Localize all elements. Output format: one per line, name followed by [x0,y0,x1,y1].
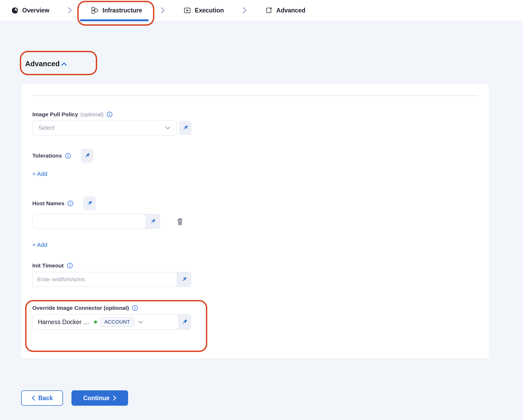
init-timeout-info-icon[interactable] [67,262,73,269]
tolerations-add-button[interactable]: + Add [32,171,47,177]
host-name-input-group [32,214,160,229]
chevron-right-icon [160,7,165,14]
override-image-connector-field: Harness Docker … ACCOUNT [32,314,191,330]
init-timeout-input[interactable] [33,272,177,287]
tab-overview[interactable]: Overview [11,0,49,21]
continue-button[interactable]: Continue [71,390,128,406]
stage-tabbar: Overview Infrastructure [0,0,523,21]
chevron-down-icon [138,320,143,324]
image-pull-policy-info-icon[interactable] [106,111,113,118]
init-timeout-pin-button[interactable] [177,272,191,287]
advanced-settings-card: Image Pull Policy (optional) Select [21,84,489,359]
host-name-input[interactable] [33,214,146,229]
continue-button-label: Continue [83,395,110,402]
host-names-label: Host Names [32,200,64,207]
connector-status-dot [94,320,97,324]
tab-advanced-label: Advanced [276,7,305,14]
image-pull-policy-pin-button[interactable] [179,121,191,135]
tolerations-label: Tolerations [32,153,62,159]
chevron-right-icon [67,7,73,14]
pin-icon [84,152,91,159]
override-image-connector-section: Override Image Connector (optional) Harn… [32,305,478,330]
host-names-info-icon[interactable] [67,200,74,207]
image-pull-policy-select[interactable]: Select [32,120,177,135]
infrastructure-stage-screen: Overview Infrastructure [0,0,523,420]
pin-icon [181,319,188,325]
advanced-icon [265,7,273,14]
overview-icon [11,7,19,14]
override-image-connector-label: Override Image Connector (optional) [32,305,129,311]
back-button-label: Back [38,395,53,402]
tab-advanced[interactable]: Advanced [265,0,305,21]
chevron-up-icon[interactable] [60,61,68,67]
connector-scope-badge: ACCOUNT [100,317,134,327]
chevron-left-icon [31,395,35,401]
infrastructure-icon [91,6,99,15]
advanced-section-header[interactable]: Advanced [25,60,68,68]
host-names-add-button[interactable]: + Add [32,242,47,248]
tab-execution-label: Execution [195,7,224,14]
wizard-footer: Back Continue [21,390,523,406]
pin-icon [181,276,187,283]
connector-value: Harness Docker … [38,319,89,326]
override-image-connector-select[interactable]: Harness Docker … ACCOUNT [33,315,178,329]
override-image-connector-info-icon[interactable] [132,305,138,311]
card-divider [32,95,478,96]
chevron-down-icon [165,126,171,130]
image-pull-policy-optional: (optional) [80,111,104,118]
back-button[interactable]: Back [21,390,63,406]
pin-icon [150,218,156,225]
image-pull-policy-select-placeholder: Select [38,124,165,131]
tolerations-pin-button[interactable] [81,149,93,163]
pin-icon [86,200,93,207]
tolerations-info-icon[interactable] [65,153,71,159]
chevron-right-icon [113,395,116,401]
image-pull-policy-label: Image Pull Policy [32,111,78,118]
advanced-section-title: Advanced [25,60,60,68]
init-timeout-input-group [32,272,191,287]
init-timeout-label: Init Timeout [32,262,64,269]
active-tab-underline [80,19,148,21]
host-names-pin-button[interactable] [83,196,96,210]
tab-infrastructure-label: Infrastructure [102,7,142,14]
pin-icon [182,124,189,131]
trash-icon [176,217,184,226]
chevron-right-icon [242,7,247,14]
host-name-pin-button[interactable] [146,214,160,229]
override-image-connector-pin-button[interactable] [178,315,191,329]
host-name-delete-button[interactable] [176,217,184,226]
tab-execution[interactable]: Execution [183,0,224,21]
tab-infrastructure[interactable]: Infrastructure [91,0,142,21]
execution-icon [183,7,191,14]
tab-overview-label: Overview [22,7,49,14]
